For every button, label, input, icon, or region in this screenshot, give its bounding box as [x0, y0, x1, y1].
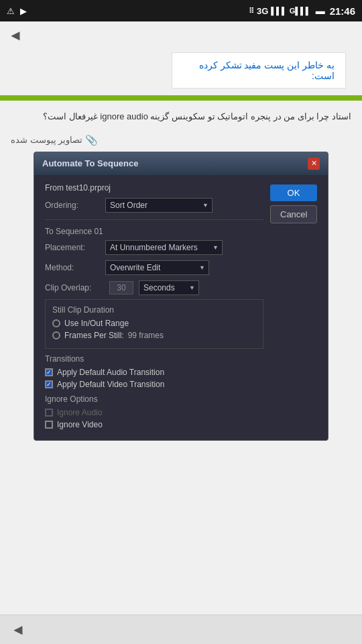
placement-select-wrapper: At Unnumbered Markers Sequentially: [105, 240, 223, 255]
use-inout-radio[interactable]: [52, 319, 60, 327]
dialog-outer: Automate To Sequence ✕ From test10.prpro…: [32, 152, 330, 441]
frames-per-still-radio[interactable]: [52, 331, 60, 339]
seconds-select-wrapper: Seconds Frames: [139, 280, 199, 295]
transitions-section: Transitions Apply Default Audio Transiti…: [45, 354, 263, 389]
attachments-row: 📎 تصاویر پیوست شده: [0, 133, 362, 148]
ordering-select[interactable]: Sort Order In/Out Range: [105, 198, 213, 213]
status-bar: ⚠ ▶ ⠿ 3G ▌▌▌ G▌▌▌ ▬ 21:46: [0, 0, 362, 21]
apply-video-checkbox[interactable]: [45, 380, 53, 388]
ignore-title: Ignore Options: [45, 394, 263, 404]
bottom-back-button[interactable]: ◄: [11, 621, 25, 639]
dialog-left: From test10.prproj Ordering: Sort Order …: [45, 183, 263, 432]
dialog-title: Automate To Sequence: [42, 158, 139, 168]
warning-icon: ⚠: [7, 6, 15, 16]
ignore-video-checkbox[interactable]: [45, 421, 53, 429]
placement-select[interactable]: At Unnumbered Markers Sequentially: [105, 240, 223, 255]
dialog-titlebar: Automate To Sequence ✕: [34, 152, 328, 175]
time-label: 21:46: [330, 5, 355, 17]
seconds-select[interactable]: Seconds Frames: [139, 280, 199, 295]
ordering-select-wrapper: Sort Order In/Out Range: [105, 198, 213, 213]
frames-per-still-row: Frames Per Still: 99 frames: [52, 331, 256, 340]
use-inout-row: Use In/Out Range: [52, 319, 256, 328]
play-icon: ▶: [20, 6, 27, 16]
dialog-main: From test10.prproj Ordering: Sort Order …: [45, 183, 317, 432]
signal2-icon: G▌▌▌: [290, 7, 311, 15]
frames-per-still-label: Frames Per Still:: [64, 331, 124, 340]
page-body: ◄ به خاطر این پست مفید تشکر کرده است: اس…: [0, 21, 362, 644]
signal-icon: ▌▌▌: [271, 7, 286, 15]
method-select-wrapper: Overwrite Edit Insert Edit: [105, 260, 209, 275]
method-select[interactable]: Overwrite Edit Insert Edit: [105, 260, 209, 275]
ignore-video-row: Ignore Video: [45, 420, 263, 429]
top-nav: ◄: [0, 21, 362, 50]
to-sequence-label: To Sequence 01: [45, 227, 263, 236]
dialog-body: From test10.prproj Ordering: Sort Order …: [34, 175, 328, 440]
green-divider: [0, 95, 362, 101]
placement-row: Placement: At Unnumbered Markers Sequent…: [45, 240, 263, 255]
thank-bar: به خاطر این پست مفید تشکر کرده است:: [172, 52, 346, 89]
status-icons: ⚠ ▶: [7, 6, 27, 16]
placement-label: Placement:: [45, 243, 105, 252]
network-label: 3G: [257, 6, 268, 16]
transitions-title: Transitions: [45, 354, 263, 364]
dialog-right: OK Cancel: [263, 183, 317, 432]
battery-icon: ▬: [316, 5, 325, 16]
ordering-label: Ordering:: [45, 201, 105, 210]
network-icon: ⠿: [249, 7, 254, 15]
paperclip-icon: 📎: [85, 134, 98, 146]
question-text: استاد چرا برای من در پنجره اتوماتیک تو س…: [0, 101, 362, 133]
still-title: Still Clip Duration: [52, 305, 256, 315]
ordering-row: Ordering: Sort Order In/Out Range: [45, 198, 263, 213]
apply-audio-row: Apply Default Audio Transition: [45, 368, 263, 377]
method-row: Method: Overwrite Edit Insert Edit: [45, 260, 263, 275]
method-label: Method:: [45, 263, 105, 272]
clip-overlap-label: Clip Overlap:: [45, 283, 105, 292]
clip-overlap-row: Clip Overlap: Seconds Frames: [45, 280, 263, 295]
apply-audio-label: Apply Default Audio Transition: [57, 368, 164, 377]
automate-dialog: Automate To Sequence ✕ From test10.prpro…: [34, 152, 328, 441]
ignore-audio-label: Ignore Audio: [57, 408, 102, 417]
ok-button[interactable]: OK: [270, 184, 317, 201]
clip-overlap-input[interactable]: [109, 281, 133, 294]
status-right: ⠿ 3G ▌▌▌ G▌▌▌ ▬ 21:46: [249, 5, 355, 17]
divider1: [45, 219, 263, 220]
apply-video-row: Apply Default Video Transition: [45, 380, 263, 389]
still-clip-section: Still Clip Duration Use In/Out Range Fra…: [45, 299, 263, 349]
bottom-nav: ◄: [0, 614, 362, 644]
apply-audio-checkbox[interactable]: [45, 368, 53, 376]
back-button[interactable]: ◄: [8, 27, 23, 44]
attachments-label: تصاویر پیوست شده: [11, 135, 82, 145]
ignore-section: Ignore Options Ignore Audio Ignore Video: [45, 394, 263, 429]
ignore-audio-row: Ignore Audio: [45, 408, 263, 417]
ignore-video-label: Ignore Video: [57, 420, 103, 429]
from-label: From test10.prproj: [45, 183, 263, 193]
cancel-button[interactable]: Cancel: [270, 205, 317, 223]
ignore-audio-checkbox[interactable]: [45, 409, 53, 417]
use-inout-label: Use In/Out Range: [64, 319, 129, 328]
dialog-close-button[interactable]: ✕: [308, 158, 320, 170]
frames-value: 99 frames: [128, 331, 164, 340]
apply-video-label: Apply Default Video Transition: [57, 380, 165, 389]
